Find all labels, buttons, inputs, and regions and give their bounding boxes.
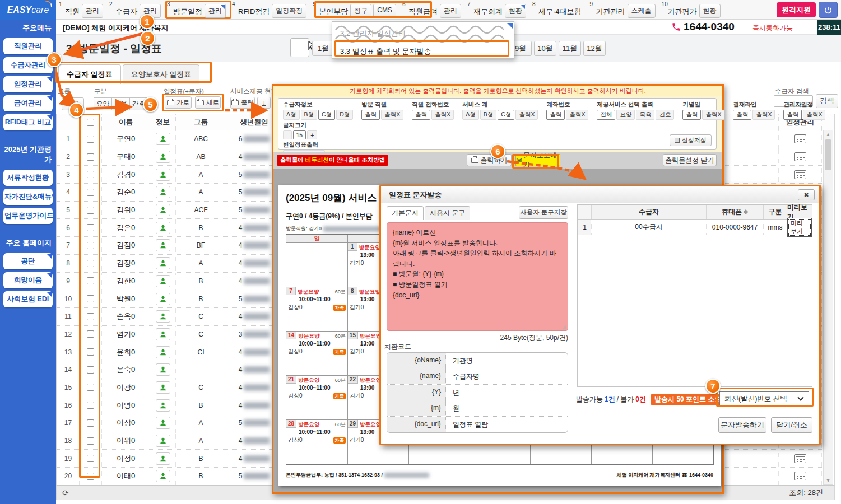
person-info-button[interactable] [156, 399, 170, 412]
row-checkbox[interactable] [87, 277, 94, 284]
scroll-down-arrow[interactable]: ▼ [824, 478, 833, 483]
menu-button[interactable]: 관리 [82, 4, 103, 18]
print-button[interactable]: 출력하기 [467, 154, 512, 166]
option-button[interactable]: A형 [462, 110, 479, 120]
code-row[interactable]: {m} 월 [387, 400, 568, 416]
person-info-button[interactable] [156, 381, 170, 394]
calendar-icon-button[interactable] [794, 152, 806, 161]
row-checkbox[interactable] [87, 153, 94, 161]
option-button[interactable]: 출력X [515, 110, 538, 120]
option-button[interactable]: 간호 [656, 110, 674, 120]
print-vertical-button[interactable]: 세로 [195, 96, 221, 109]
person-info-button[interactable] [156, 151, 170, 163]
menu-button[interactable]: 관리 [205, 4, 226, 18]
option-button[interactable]: 출력X [431, 110, 454, 120]
row-checkbox[interactable] [87, 171, 94, 178]
code-row[interactable]: {Y} 년 [387, 385, 568, 400]
menu-item-3-3[interactable]: 3.3 일정표 출력 및 문자발송 [340, 46, 431, 57]
person-info-button[interactable] [156, 204, 170, 216]
service-print-button[interactable]: 출력 [230, 97, 255, 109]
menu-button[interactable]: 일정확정 [272, 4, 306, 18]
table-scrollbar[interactable]: ▲ ▼ [823, 130, 833, 485]
row-checkbox[interactable] [87, 242, 94, 249]
option-button[interactable]: 출력X [566, 110, 588, 120]
row-checkbox[interactable] [87, 330, 94, 338]
sidebar-item[interactable]: 일정관리 [3, 76, 53, 92]
option-button[interactable]: D형 [336, 110, 353, 120]
option-button[interactable]: 출력 [361, 110, 380, 120]
menu-button[interactable]: CMS [373, 4, 396, 18]
code-row[interactable]: {name} 수급자명 [387, 368, 568, 384]
option-button[interactable]: 출력 [682, 110, 701, 120]
calendar-icon-button[interactable] [794, 134, 806, 143]
option-button[interactable]: 출력 [783, 110, 802, 120]
font-minus-button[interactable]: - [283, 130, 292, 139]
sidebar-item[interactable]: RFID태그 비교 [3, 114, 53, 130]
preview-button[interactable]: 미리보기 [787, 218, 812, 237]
sidebar-item[interactable]: 수급자관리 [3, 57, 53, 73]
code-row[interactable]: {doc_url} 일정표 열람 [387, 417, 568, 432]
row-checkbox[interactable] [87, 366, 94, 374]
header-name[interactable]: 이름 [101, 114, 150, 130]
person-info-button[interactable] [156, 222, 170, 234]
sidebar-item[interactable]: 사회보험 EDI [3, 291, 53, 307]
tab-custom-message[interactable]: 사용자 문구 [425, 206, 470, 220]
month-button[interactable]: 11월 [559, 41, 581, 56]
calendar-icon-button[interactable] [794, 454, 806, 463]
scroll-up-arrow[interactable]: ▲ [824, 132, 833, 137]
person-info-button[interactable] [156, 293, 170, 305]
send-as-sms-button[interactable]: ✉문자로보내기 [515, 154, 560, 166]
option-button[interactable]: C형 [498, 110, 514, 120]
person-info-button[interactable] [156, 133, 170, 145]
select-all-checkbox[interactable] [87, 119, 94, 126]
month-button[interactable]: 10월 [534, 41, 556, 56]
sender-number-select[interactable]: 회신(발신)번호 선택 [719, 391, 809, 406]
person-info-button[interactable] [156, 186, 170, 198]
cancel-button[interactable]: 닫기/취소 [771, 417, 812, 433]
header-group[interactable]: 그룹 [175, 114, 226, 130]
person-info-button[interactable] [156, 346, 170, 358]
print-horizontal-button[interactable]: 가로 [165, 96, 192, 109]
sidebar-item[interactable]: 서류작성현황 [3, 170, 53, 186]
tab[interactable]: 수급자 일정표 [58, 64, 121, 84]
person-info-button[interactable] [156, 257, 170, 269]
option-button[interactable]: 출력 [412, 110, 430, 120]
option-button[interactable]: 출력X [803, 110, 825, 120]
type-filter-button[interactable]: 목욕 [112, 97, 130, 110]
row-checkbox[interactable] [87, 189, 94, 196]
person-info-button[interactable] [156, 275, 170, 287]
option-button[interactable]: 출력X [702, 110, 724, 120]
menu-button[interactable]: 현황 [699, 4, 721, 18]
power-button[interactable] [819, 2, 838, 18]
month-button[interactable]: 12월 [583, 41, 606, 56]
save-custom-phrase-button[interactable]: 사용자 문구저장 [519, 206, 568, 219]
option-button[interactable]: B형 [301, 110, 318, 120]
person-info-button[interactable] [156, 417, 170, 429]
calendar-icon-button[interactable] [794, 170, 806, 179]
person-info-button[interactable] [156, 363, 170, 376]
row-checkbox[interactable] [87, 402, 94, 409]
option-button[interactable]: 출력X [752, 110, 775, 120]
menu-button[interactable]: 스케줄 [628, 4, 656, 18]
row-checkbox[interactable] [87, 313, 94, 320]
person-info-button[interactable] [156, 435, 170, 447]
month-button[interactable]: 1월 [312, 41, 334, 56]
remote-support-button[interactable]: 원격지원 [777, 2, 816, 17]
row-checkbox[interactable] [87, 207, 94, 214]
save-settings-button[interactable]: 설정저장 [670, 134, 712, 146]
option-button[interactable]: 출력 [546, 110, 565, 120]
option-button[interactable]: 목욕 [636, 110, 654, 120]
close-print-settings-button[interactable]: 출력물설정 닫기 [663, 154, 717, 166]
option-button[interactable]: 요양 [616, 110, 635, 120]
download-button[interactable]: ↓ [257, 97, 271, 109]
option-button[interactable]: B형 [480, 110, 497, 120]
code-row[interactable]: {oName} 기관명 [387, 353, 568, 368]
person-info-button[interactable] [156, 328, 170, 340]
header-phone[interactable]: 휴대폰 [706, 205, 763, 219]
option-button[interactable]: C형 [318, 110, 335, 120]
font-plus-button[interactable]: + [307, 130, 317, 139]
row-checkbox[interactable] [87, 455, 94, 462]
menu-button[interactable]: 청구 [350, 4, 371, 18]
row-checkbox[interactable] [87, 295, 94, 302]
send-sms-button[interactable]: 문자발송하기 [718, 417, 766, 433]
